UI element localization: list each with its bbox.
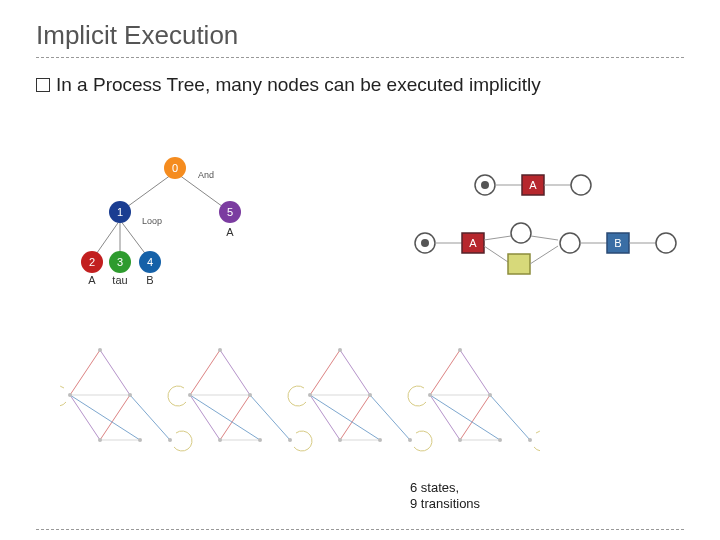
- svg-line-22: [484, 246, 511, 264]
- petri-row1-A: A: [529, 179, 537, 191]
- svg-line-21: [484, 236, 511, 240]
- divider-top: [36, 57, 684, 58]
- tree-node-3-sub: tau: [112, 274, 127, 286]
- state-space: [60, 340, 540, 490]
- svg-rect-24: [508, 254, 530, 274]
- tree-node-5-sub: A: [226, 226, 234, 238]
- svg-point-16: [571, 175, 591, 195]
- caption-line2: 9 transitions: [410, 496, 480, 511]
- bullet-icon: [36, 78, 50, 92]
- tree-node-1: 1: [117, 206, 123, 218]
- tree-node-0: 0: [172, 162, 178, 174]
- tree-node-2: 2: [89, 256, 95, 268]
- svg-line-26: [530, 246, 558, 264]
- bullet-line: In a Process Tree, many nodes can be exe…: [36, 74, 684, 96]
- divider-bottom: [36, 529, 684, 530]
- tree-node-0-sub: And: [198, 170, 214, 180]
- process-tree: 0 And 1 Loop 5 A 2 A 3 tau 4 B: [80, 150, 300, 290]
- tree-node-5: 5: [227, 206, 233, 218]
- svg-point-12: [481, 181, 489, 189]
- petri-net: A A B: [410, 170, 690, 280]
- tree-node-4: 4: [147, 256, 153, 268]
- tree-node-1-sub: Loop: [142, 216, 162, 226]
- svg-point-31: [656, 233, 676, 253]
- petri-row2-B: B: [614, 237, 621, 249]
- page-title: Implicit Execution: [36, 20, 720, 51]
- tree-node-4-sub: B: [146, 274, 153, 286]
- svg-point-27: [560, 233, 580, 253]
- bullet-text: In a Process Tree, many nodes can be exe…: [56, 74, 541, 95]
- petri-row2-A: A: [469, 237, 477, 249]
- caption: 6 states, 9 transitions: [410, 480, 480, 513]
- tree-node-2-sub: A: [88, 274, 96, 286]
- svg-point-18: [421, 239, 429, 247]
- svg-point-23: [511, 223, 531, 243]
- tree-node-3: 3: [117, 256, 123, 268]
- caption-line1: 6 states,: [410, 480, 459, 495]
- svg-line-25: [531, 236, 558, 240]
